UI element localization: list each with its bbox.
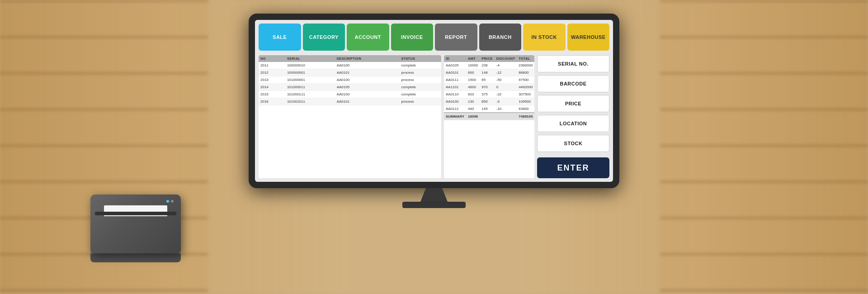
- col-price: PRICE: [480, 55, 494, 62]
- table-row[interactable]: AA0111150065-5097500: [444, 76, 534, 84]
- main-content-area: NO SERIAL DESCRIPTION STATUS 20111000000…: [255, 52, 613, 182]
- navigation-bar: SALE CATEGORY ACCOUNT INVOICE REPORT BRA…: [255, 20, 613, 52]
- field-btn-serial-no[interactable]: SERIAL NO.: [537, 55, 609, 72]
- left-table-container: NO SERIAL DESCRIPTION STATUS 20111000000…: [259, 55, 441, 178]
- table-row[interactable]: AA0100130850-3109500: [444, 98, 534, 105]
- printer-body: [90, 194, 181, 253]
- monitor-screen: SALE CATEGORY ACCOUNT INVOICE REPORT BRA…: [255, 20, 613, 182]
- right-data-table: ID AMT PRICE DISCOUNT TOTAL AA0105100002…: [444, 55, 534, 120]
- table-row[interactable]: AA1101460097004462000: [444, 84, 534, 91]
- nav-category-button[interactable]: CATEGORY: [303, 24, 345, 51]
- col-status: STATUS: [400, 55, 441, 62]
- table-row[interactable]: AA010510000236-42360000: [444, 62, 534, 69]
- nav-warehouse-button[interactable]: WAREHOUSE: [567, 24, 610, 51]
- monitor-base: [402, 202, 466, 208]
- col-discount: DISCOUNT: [495, 55, 517, 62]
- table-row[interactable]: AA0112440145-1063800: [444, 105, 534, 113]
- col-total: TOTAL: [517, 55, 534, 62]
- field-btn-price[interactable]: PRICE: [537, 95, 609, 112]
- table-row[interactable]: 2013101000001AA0100process: [259, 76, 441, 84]
- monitor-stand: [420, 188, 448, 202]
- nav-report-button[interactable]: REPORT: [435, 24, 477, 51]
- table-row[interactable]: 2016101001011AA0101process: [259, 98, 441, 105]
- nav-branch-button[interactable]: BRANCH: [479, 24, 522, 51]
- table-row[interactable]: 2012100000001AA0101process: [259, 69, 441, 76]
- field-btn-stock[interactable]: STOCK: [537, 135, 609, 152]
- table-row[interactable]: 2014101000011AA0105complete: [259, 84, 441, 91]
- table-row[interactable]: AA0110820375-22307500: [444, 91, 534, 98]
- enter-button[interactable]: ENTER: [537, 157, 609, 178]
- col-id: ID: [444, 55, 466, 62]
- nav-invoice-button[interactable]: INVOICE: [391, 24, 434, 51]
- printer: [90, 194, 181, 267]
- col-serial: SERIAL: [285, 55, 335, 62]
- nav-instock-button[interactable]: IN STOCK: [523, 24, 566, 51]
- col-description: DESCRIPTION: [335, 55, 400, 62]
- monitor-bezel: SALE CATEGORY ACCOUNT INVOICE REPORT BRA…: [249, 14, 619, 188]
- summary-row: SUMMARY180907489100: [444, 113, 534, 120]
- pos-terminal: SALE CATEGORY ACCOUNT INVOICE REPORT BRA…: [240, 14, 628, 208]
- right-panel: SERIAL NO.BARCODEPRICELOCATIONSTOCK ENTE…: [537, 55, 609, 178]
- col-no: NO: [259, 55, 285, 62]
- left-table-wrapper: NO SERIAL DESCRIPTION STATUS 20111000000…: [259, 55, 441, 105]
- table-row[interactable]: 2015101000111AA0100complete: [259, 91, 441, 98]
- shelf-right: [660, 0, 868, 294]
- table-row[interactable]: AA0101600148-1288800: [444, 69, 534, 76]
- printer-lights: [166, 200, 174, 203]
- nav-sale-button[interactable]: SALE: [259, 24, 301, 51]
- printer-slot: [95, 212, 176, 215]
- field-btn-location[interactable]: LOCATION: [537, 115, 609, 132]
- field-btn-barcode[interactable]: BARCODE: [537, 75, 609, 92]
- table-row[interactable]: 2011100000010AA0100complete: [259, 62, 441, 69]
- right-table-container: ID AMT PRICE DISCOUNT TOTAL AA0105100002…: [444, 55, 534, 178]
- led-blue: [166, 200, 169, 203]
- col-amt: AMT: [466, 55, 480, 62]
- led-gray: [171, 200, 174, 203]
- printer-base: [90, 253, 181, 262]
- nav-account-button[interactable]: ACCOUNT: [347, 24, 389, 51]
- left-data-table: NO SERIAL DESCRIPTION STATUS 20111000000…: [259, 55, 441, 105]
- field-buttons: SERIAL NO.BARCODEPRICELOCATIONSTOCK: [537, 55, 609, 155]
